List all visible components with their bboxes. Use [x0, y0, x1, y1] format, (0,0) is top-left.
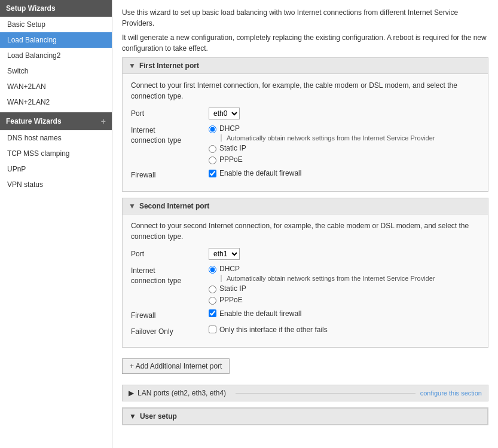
feature-wizards-label: Feature Wizards	[6, 117, 62, 125]
first-pppoe-radio[interactable]	[209, 157, 216, 164]
first-port-collapse-arrow[interactable]: ▼	[129, 62, 136, 70]
lan-ports-expand-arrow[interactable]: ▶	[129, 389, 134, 397]
second-dhcp-radio[interactable]	[209, 266, 216, 274]
feature-items-list: DNS host namesTCP MSS clampingUPnPVPN st…	[0, 130, 112, 192]
second-port-label: Port	[131, 248, 209, 259]
first-firewall-control: Enable the default firewall	[209, 169, 479, 177]
second-port-row: Port eth0eth1eth2eth3	[131, 248, 479, 260]
setup-wizards-header: Setup Wizards	[0, 0, 112, 17]
sidebar-item-vpn-status[interactable]: VPN status	[0, 177, 112, 192]
sidebar-item-basic-setup[interactable]: Basic Setup	[0, 17, 112, 32]
first-port-body: Connect to your first Internet connectio…	[123, 74, 488, 191]
first-firewall-checkbox[interactable]	[209, 170, 216, 177]
first-port-select[interactable]: eth0eth1eth2eth3	[209, 108, 240, 119]
first-internet-port-panel: ▼ First Internet port Connect to your fi…	[122, 57, 488, 192]
first-static-radio-item: Static IP	[209, 144, 479, 153]
second-pppoe-radio[interactable]	[209, 297, 216, 305]
first-port-header: ▼ First Internet port	[123, 58, 488, 74]
first-firewall-label: Firewall	[131, 169, 209, 180]
sidebar-item-wan2lan[interactable]: WAN+2LAN	[0, 79, 112, 94]
sidebar-item-dns-host-names[interactable]: DNS host names	[0, 130, 112, 146]
second-port-desc: Connect to your second Internet connecti…	[131, 220, 479, 242]
second-failover-label: Failover Only	[131, 326, 209, 337]
lan-ports-title: LAN ports (eth2, eth3, eth4)	[138, 389, 226, 397]
first-port-title: First Internet port	[139, 62, 199, 70]
first-port-select-wrapper: eth0eth1eth2eth3	[209, 108, 479, 119]
second-port-select[interactable]: eth0eth1eth2eth3	[209, 248, 240, 260]
second-connection-type-row: Internetconnection type DHCP Automatical…	[131, 265, 479, 305]
feature-wizards-plus-icon[interactable]: +	[101, 116, 106, 126]
add-additional-wrapper: + Add Additional Internet port	[122, 354, 488, 379]
second-failover-checkbox-label: Only this interface if the other fails	[219, 326, 328, 334]
second-port-header: ▼ Second Internet port	[123, 198, 488, 214]
user-setup-panel: ▼ User setup	[122, 407, 488, 425]
second-static-radio[interactable]	[209, 286, 216, 293]
sidebar-item-load-balancing[interactable]: Load Balancing	[0, 32, 112, 48]
second-pppoe-label: PPPoE	[219, 296, 243, 304]
second-port-title: Second Internet port	[139, 202, 209, 210]
sidebar-item-wan2lan2[interactable]: WAN+2LAN2	[0, 94, 112, 110]
second-port-select-wrapper: eth0eth1eth2eth3	[209, 248, 479, 260]
second-failover-control: Only this interface if the other fails	[209, 326, 479, 334]
first-pppoe-label: PPPoE	[219, 155, 243, 164]
second-failover-checkbox[interactable]	[209, 326, 216, 333]
intro-text-1: Use this wizard to set up basic load bal…	[122, 7, 488, 29]
lan-ports-panel: ▶ LAN ports (eth2, eth3, eth4) configure…	[122, 385, 488, 401]
sidebar-item-switch[interactable]: Switch	[0, 63, 112, 79]
lan-ports-header: ▶ LAN ports (eth2, eth3, eth4) configure…	[123, 385, 488, 401]
first-port-row: Port eth0eth1eth2eth3	[131, 108, 479, 119]
user-setup-header: ▼ User setup	[123, 408, 488, 425]
second-firewall-checkbox[interactable]	[209, 309, 216, 317]
second-dhcp-radio-item: DHCP	[209, 265, 479, 274]
first-dhcp-radio[interactable]	[209, 125, 216, 133]
second-port-body: Connect to your second Internet connecti…	[123, 214, 488, 348]
first-dhcp-radio-item: DHCP	[209, 124, 479, 133]
first-static-radio[interactable]	[209, 145, 216, 153]
second-dhcp-label: DHCP	[219, 265, 240, 273]
user-setup-expand-arrow[interactable]: ▼	[129, 412, 136, 421]
lan-ports-configure-link[interactable]: configure this section	[420, 389, 482, 397]
feature-wizards-header: Feature Wizards +	[0, 112, 112, 130]
first-firewall-checkbox-item: Enable the default firewall	[209, 169, 479, 177]
second-failover-row: Failover Only Only this interface if the…	[131, 326, 479, 337]
sidebar-item-load-balancing2[interactable]: Load Balancing2	[0, 48, 112, 63]
first-port-desc: Connect to your first Internet connectio…	[131, 80, 479, 102]
first-connection-type-control: DHCP Automatically obtain network settin…	[209, 124, 479, 164]
second-pppoe-radio-item: PPPoE	[209, 296, 479, 305]
lan-ports-separator	[236, 393, 415, 394]
setup-items-list: Basic SetupLoad BalancingLoad Balancing2…	[0, 17, 112, 110]
second-dhcp-hint: Automatically obtain network settings fr…	[221, 275, 479, 282]
first-dhcp-label: DHCP	[219, 124, 240, 133]
first-firewall-checkbox-label: Enable the default firewall	[219, 169, 301, 177]
first-dhcp-hint: Automatically obtain network settings fr…	[221, 134, 479, 142]
lan-ports-left: ▶ LAN ports (eth2, eth3, eth4)	[129, 389, 226, 397]
main-content-area: Use this wizard to set up basic load bal…	[112, 0, 498, 448]
second-firewall-checkbox-item: Enable the default firewall	[209, 309, 479, 318]
second-connection-type-label: Internetconnection type	[131, 265, 209, 286]
second-firewall-label: Firewall	[131, 309, 209, 321]
first-pppoe-radio-item: PPPoE	[209, 155, 479, 164]
second-firewall-checkbox-label: Enable the default firewall	[219, 309, 301, 318]
second-port-collapse-arrow[interactable]: ▼	[129, 202, 136, 210]
first-static-label: Static IP	[219, 144, 246, 152]
setup-wizards-label: Setup Wizards	[6, 4, 56, 13]
second-firewall-row: Firewall Enable the default firewall	[131, 309, 479, 321]
second-firewall-control: Enable the default firewall	[209, 309, 479, 318]
add-additional-internet-port-button[interactable]: + Add Additional Internet port	[122, 358, 230, 374]
second-failover-checkbox-item: Only this interface if the other fails	[209, 326, 479, 334]
second-static-label: Static IP	[219, 284, 246, 293]
second-internet-port-panel: ▼ Second Internet port Connect to your s…	[122, 198, 488, 348]
first-port-label: Port	[131, 108, 209, 119]
sidebar: Setup Wizards Basic SetupLoad BalancingL…	[0, 0, 112, 448]
intro-text-2: It will generate a new configuration, co…	[122, 32, 488, 54]
sidebar-item-upnp[interactable]: UPnP	[0, 161, 112, 177]
second-static-radio-item: Static IP	[209, 284, 479, 293]
lan-ports-right: configure this section	[231, 389, 482, 397]
second-connection-type-control: DHCP Automatically obtain network settin…	[209, 265, 479, 305]
first-connection-type-label: Internetconnection type	[131, 124, 209, 146]
sidebar-item-tcp-mss-clamping[interactable]: TCP MSS clamping	[0, 146, 112, 161]
first-connection-type-row: Internetconnection type DHCP Automatical…	[131, 124, 479, 164]
first-firewall-row: Firewall Enable the default firewall	[131, 169, 479, 180]
user-setup-title: User setup	[140, 412, 177, 421]
